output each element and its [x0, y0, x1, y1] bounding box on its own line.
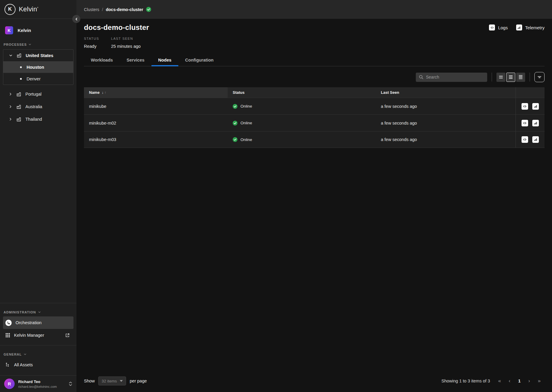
logs-button[interactable]: Logs — [489, 24, 508, 30]
user-name: Richard Teo — [18, 379, 57, 384]
status-online-icon — [233, 137, 237, 142]
tab-services[interactable]: Services — [120, 55, 151, 66]
column-header-name[interactable]: Name ↓↑ — [84, 87, 228, 98]
bar-chart-icon — [516, 24, 522, 30]
table-row[interactable]: minikube Online a few seconds ago — [84, 98, 545, 114]
sidebar-item-label: Houston — [27, 65, 44, 70]
chevron-updown-icon — [69, 382, 72, 386]
breadcrumb-current: docs-demo-cluster — [106, 7, 143, 12]
sidebar-item-denver[interactable]: Denver — [3, 73, 73, 85]
status-badge: Online — [240, 137, 252, 142]
row-logs-button[interactable] — [522, 136, 528, 143]
brand-logo: K Kelvin° — [0, 0, 76, 19]
table-header: Name ↓↑ Status Last Seen — [84, 87, 545, 98]
orchestration-icon — [5, 320, 12, 326]
row-telemetry-button[interactable] — [532, 103, 539, 110]
search-icon — [419, 75, 424, 79]
column-header-last-seen[interactable]: Last Seen — [376, 87, 516, 98]
country-group: United States Houston Denver — [3, 49, 73, 85]
sidebar-item-thailand[interactable]: Thailand — [0, 113, 76, 125]
breadcrumb-separator: / — [102, 7, 103, 12]
section-administration[interactable]: ADMINISTRATION — [4, 310, 73, 314]
pagination-last-button[interactable]: » — [534, 377, 545, 385]
sidebar-item-united-states[interactable]: United States — [3, 50, 73, 61]
last-seen-label: LAST SEEN — [111, 37, 141, 40]
workspace-switcher[interactable]: K Kelvin — [4, 25, 72, 36]
page-title: docs-demo-cluster — [84, 23, 149, 32]
sidebar-item-label: Kelvin Manager — [14, 333, 44, 338]
sort-asc-icon: ↑ — [104, 91, 106, 95]
chevron-right-icon — [8, 105, 13, 108]
density-default-button[interactable] — [506, 73, 515, 82]
pagination-prev-button[interactable]: ‹ — [505, 377, 514, 385]
chevron-right-icon — [8, 92, 13, 96]
app-window: K Kelvin° K Kelvin PROCESSES United Stat… — [0, 0, 552, 392]
tab-nodes[interactable]: Nodes — [151, 55, 178, 66]
density-compact-button[interactable] — [516, 73, 525, 82]
per-page-select[interactable]: 32 items — [98, 376, 126, 385]
chevron-down-icon — [28, 43, 31, 46]
table-row[interactable]: minikube-m02 Online a few seconds ago — [84, 114, 545, 131]
pagination-summary: Showing 1 to 3 items of 3 — [441, 379, 490, 383]
sidebar-item-label: United States — [26, 53, 53, 58]
kelvin-logo-icon: K — [4, 4, 16, 15]
status-badge: Online — [240, 121, 252, 125]
factory-icon — [16, 92, 22, 97]
row-logs-button[interactable] — [522, 120, 528, 126]
nodes-table: Name ↓↑ Status Last Seen minikube Online… — [84, 87, 545, 148]
pagination-first-button[interactable]: « — [494, 377, 505, 385]
sidebar-item-houston[interactable]: Houston — [3, 61, 73, 73]
factory-icon — [17, 53, 22, 58]
node-name: minikube — [84, 98, 228, 114]
status-value: Ready — [84, 44, 99, 49]
divider — [0, 345, 76, 345]
section-processes[interactable]: PROCESSES — [4, 43, 73, 46]
breadcrumb-clusters-link[interactable]: Clusters — [84, 7, 99, 12]
row-telemetry-button[interactable] — [532, 120, 539, 126]
sidebar-item-kelvin-manager[interactable]: Kelvin Manager — [3, 329, 73, 342]
table-toolbar — [84, 72, 545, 82]
sidebar-item-all-assets[interactable]: All Assets — [3, 359, 73, 371]
density-comfortable-button[interactable] — [496, 73, 505, 82]
show-label: Show — [84, 379, 95, 383]
sidebar-item-label: Australia — [25, 104, 42, 109]
status-badge: Online — [240, 104, 252, 108]
sidebar-item-orchestration[interactable]: Orchestration — [3, 316, 73, 329]
per-page-suffix: per page — [130, 379, 147, 383]
row-logs-button[interactable] — [522, 103, 528, 110]
filter-button[interactable] — [534, 72, 545, 82]
column-header-status[interactable]: Status — [228, 87, 376, 98]
user-menu[interactable]: R Richard Teo richard.teo@kelvininc.com — [0, 375, 76, 392]
pagination-next-button[interactable]: › — [525, 377, 534, 385]
node-last-seen: a few seconds ago — [376, 131, 516, 148]
column-header-actions — [516, 87, 545, 98]
node-last-seen: a few seconds ago — [376, 115, 516, 131]
sidebar-item-australia[interactable]: Australia — [0, 100, 76, 113]
sidebar-collapse-button[interactable] — [72, 15, 80, 23]
last-seen-value: 25 minutes ago — [111, 44, 141, 49]
divider — [530, 73, 530, 82]
status-online-icon — [233, 104, 237, 109]
node-name: minikube-m02 — [84, 115, 228, 131]
status-online-icon — [233, 121, 237, 125]
grid-icon — [5, 333, 10, 338]
node-name: minikube-m03 — [84, 131, 228, 148]
bullet-icon — [20, 66, 22, 68]
chevron-down-icon — [38, 311, 41, 314]
caret-down-icon — [120, 380, 123, 382]
sidebar-item-label: Portugal — [25, 92, 42, 97]
section-general[interactable]: GENERAL — [4, 353, 73, 356]
sort-desc-icon: ↓ — [102, 91, 103, 95]
row-telemetry-button[interactable] — [532, 136, 539, 143]
sidebar-item-portugal[interactable]: Portugal — [0, 88, 76, 100]
density-toggle — [496, 73, 525, 82]
tab-configuration[interactable]: Configuration — [178, 55, 220, 66]
assets-tree-icon — [5, 362, 10, 367]
avatar: R — [4, 379, 15, 389]
table-row[interactable]: minikube-m03 Online a few seconds ago — [84, 131, 545, 148]
tab-workloads[interactable]: Workloads — [84, 55, 120, 66]
telemetry-button[interactable]: Telemetry — [516, 24, 545, 30]
search-input[interactable] — [416, 73, 487, 82]
workspace-avatar: K — [5, 26, 13, 34]
country-list: Portugal Australia Thailand — [0, 88, 76, 125]
